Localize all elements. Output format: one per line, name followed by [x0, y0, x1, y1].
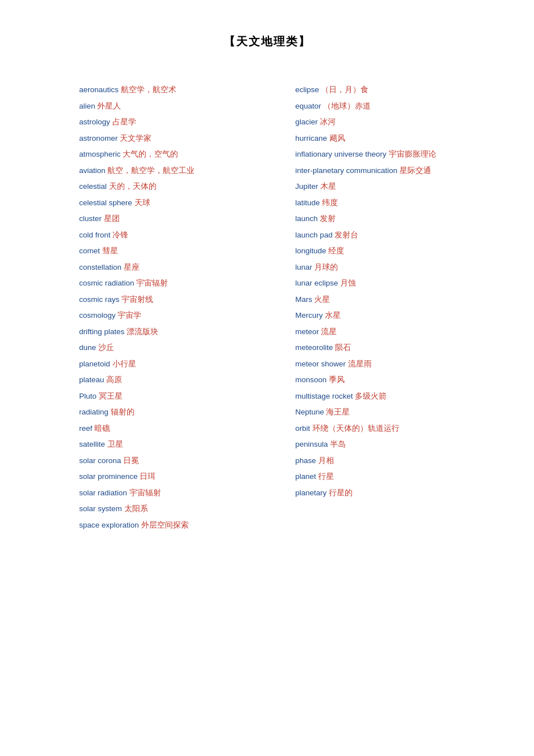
list-item: lunar 月球的: [296, 261, 501, 275]
entry-chinese: 发射台: [335, 231, 358, 239]
list-item: space exploration 外层空间探索: [79, 519, 284, 533]
list-item: meteor 流星: [296, 325, 501, 339]
entry-english: alien: [79, 102, 97, 110]
list-item: Mercury 水星: [296, 309, 501, 323]
list-item: equator （地球）赤道: [296, 100, 501, 114]
entry-english: cluster: [79, 214, 104, 223]
entry-english: aeronautics: [79, 85, 121, 94]
entry-chinese: 航空，航空学，航空工业: [107, 166, 194, 175]
entry-english: aviation: [79, 166, 107, 175]
entry-chinese: 宇宙射线: [121, 295, 153, 304]
page-title: 【天文地理类】: [0, 0, 534, 83]
entry-english: Pluto: [79, 392, 99, 400]
entry-chinese: 小行星: [112, 360, 136, 368]
entry-english: planet: [296, 472, 319, 481]
list-item: monsoon 季风: [296, 373, 501, 387]
entry-english: eclipse: [296, 85, 322, 94]
list-item: solar radiation 宇宙辐射: [79, 486, 284, 500]
entry-chinese: （地球）赤道: [323, 102, 371, 110]
list-item: comet 彗星: [79, 244, 284, 258]
entry-chinese: 星座: [124, 263, 140, 271]
list-item: meteorolite 陨石: [296, 341, 501, 355]
entry-chinese: 天文学家: [120, 134, 151, 142]
entry-chinese: 半岛: [330, 440, 346, 448]
entry-english: reef: [79, 424, 94, 433]
entry-chinese: 星际交通: [400, 166, 431, 175]
entry-chinese: 外层空间探索: [141, 521, 189, 529]
entry-english: Jupiter: [296, 182, 320, 191]
list-item: eclipse （日，月）食: [296, 83, 501, 97]
entry-chinese: 日珥: [140, 472, 155, 481]
entry-chinese: 宇宙辐射: [136, 279, 168, 287]
entry-chinese: 宇宙辐射: [129, 489, 161, 497]
entry-chinese: 火星: [314, 295, 330, 304]
entry-chinese: （日，月）食: [321, 85, 368, 94]
list-item: cluster 星团: [79, 212, 284, 226]
entry-english: plateau: [79, 375, 106, 384]
entry-chinese: 航空学，航空术: [121, 85, 176, 94]
entry-chinese: 水星: [325, 311, 341, 319]
list-item: cosmic rays 宇宙射线: [79, 293, 284, 307]
list-item: orbit 环绕（天体的）轨道运行: [296, 422, 501, 436]
entry-english: drifting plates: [79, 327, 127, 336]
list-item: atmospheric 大气的，空气的: [79, 148, 284, 162]
entry-english: planetary: [296, 489, 329, 497]
entry-english: cold front: [79, 231, 112, 239]
list-item: solar prominence 日珥: [79, 470, 284, 484]
entry-english: meteor shower: [296, 360, 348, 368]
content-area: aeronautics 航空学，航空术alien 外星人astrology 占星…: [0, 83, 534, 532]
entry-chinese: 占星学: [112, 118, 136, 126]
list-item: glacier 冰河: [296, 115, 501, 129]
entry-chinese: 冷锋: [112, 231, 128, 239]
entry-english: cosmic radiation: [79, 279, 136, 287]
entry-english: peninsula: [296, 440, 331, 448]
entry-chinese: 暗礁: [94, 424, 110, 433]
entry-english: longitude: [296, 247, 329, 255]
entry-chinese: 高原: [106, 375, 122, 384]
entry-english: latitude: [296, 198, 322, 207]
entry-chinese: 冥王星: [99, 392, 123, 400]
list-item: radiating 辐射的: [79, 405, 284, 420]
entry-chinese: 行星: [318, 472, 334, 481]
entry-chinese: 冰河: [320, 118, 336, 126]
list-item: inter-planetary communication 星际交通: [296, 164, 501, 178]
entry-english: satellite: [79, 440, 107, 448]
list-item: peninsula 半岛: [296, 438, 501, 452]
list-item: latitude 纬度: [296, 196, 501, 210]
entry-chinese: 星团: [104, 214, 120, 223]
entry-english: astronomer: [79, 134, 120, 142]
list-item: solar system 太阳系: [79, 502, 284, 516]
left-column: aeronautics 航空学，航空术alien 外星人astrology 占星…: [79, 83, 284, 532]
list-item: planet 行星: [296, 470, 501, 484]
entry-english: hurricane: [296, 134, 329, 142]
entry-chinese: 流星: [321, 327, 337, 336]
entry-english: cosmology: [79, 311, 118, 319]
list-item: multistage rocket 多级火箭: [296, 390, 501, 404]
entry-english: meteorolite: [296, 343, 336, 352]
right-column: eclipse （日，月）食equator （地球）赤道glacier 冰河hu…: [296, 83, 501, 532]
entry-chinese: 漂流版块: [127, 327, 158, 336]
list-item: celestial sphere 天球: [79, 196, 284, 210]
entry-english: launch pad: [296, 231, 335, 239]
entry-english: inter-planetary communication: [296, 166, 400, 175]
entry-chinese: 宇宙学: [118, 311, 141, 319]
entry-english: orbit: [296, 424, 312, 433]
entry-english: equator: [296, 102, 324, 110]
entry-english: meteor: [296, 327, 322, 336]
list-item: alien 外星人: [79, 100, 284, 114]
entry-english: multistage rocket: [296, 392, 355, 400]
entry-chinese: 天球: [134, 198, 150, 207]
list-item: aeronautics 航空学，航空术: [79, 83, 284, 97]
entry-english: astrology: [79, 118, 112, 126]
entry-chinese: 宇宙膨胀理论: [389, 150, 436, 158]
entry-chinese: 陨石: [335, 343, 351, 352]
entry-chinese: 月球的: [314, 263, 338, 271]
list-item: cosmology 宇宙学: [79, 309, 284, 323]
list-item: launch 发射: [296, 212, 501, 226]
list-item: aviation 航空，航空学，航空工业: [79, 164, 284, 178]
entry-english: constellation: [79, 263, 124, 271]
entry-chinese: 大气的，空气的: [123, 150, 178, 158]
entry-english: radiating: [79, 408, 111, 416]
entry-chinese: 天的，天体的: [109, 182, 157, 191]
entry-chinese: 日冕: [123, 456, 139, 465]
